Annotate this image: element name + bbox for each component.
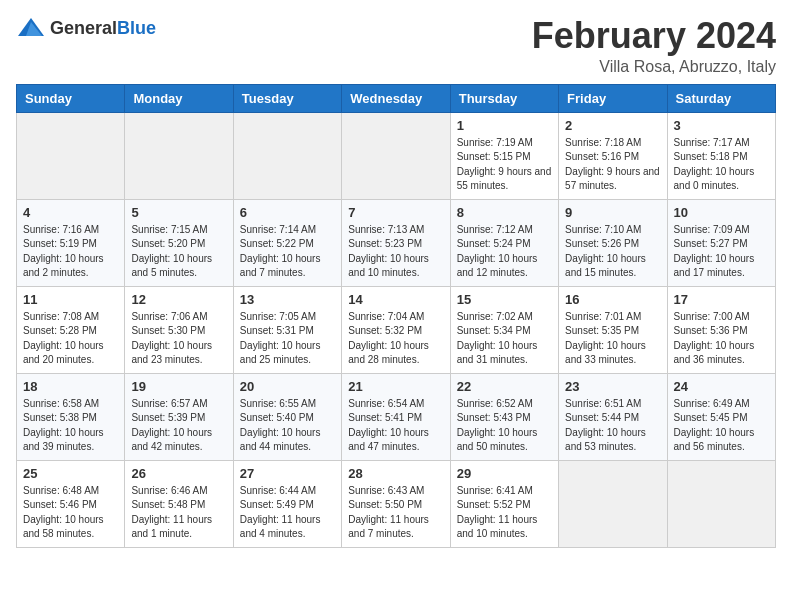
header: GeneralBlue February 2024 Villa Rosa, Ab…: [16, 16, 776, 76]
day-number: 2: [565, 118, 660, 133]
day-number: 20: [240, 379, 335, 394]
calendar-cell: [667, 460, 775, 547]
day-info: Sunrise: 7:12 AMSunset: 5:24 PMDaylight:…: [457, 223, 552, 281]
day-info: Sunrise: 7:13 AMSunset: 5:23 PMDaylight:…: [348, 223, 443, 281]
day-number: 3: [674, 118, 769, 133]
calendar-cell: 2Sunrise: 7:18 AMSunset: 5:16 PMDaylight…: [559, 112, 667, 199]
calendar-cell: 6Sunrise: 7:14 AMSunset: 5:22 PMDaylight…: [233, 199, 341, 286]
day-number: 5: [131, 205, 226, 220]
day-info: Sunrise: 6:46 AMSunset: 5:48 PMDaylight:…: [131, 484, 226, 542]
day-number: 27: [240, 466, 335, 481]
day-number: 15: [457, 292, 552, 307]
day-number: 25: [23, 466, 118, 481]
calendar-cell: 23Sunrise: 6:51 AMSunset: 5:44 PMDayligh…: [559, 373, 667, 460]
day-info: Sunrise: 7:17 AMSunset: 5:18 PMDaylight:…: [674, 136, 769, 194]
day-info: Sunrise: 7:00 AMSunset: 5:36 PMDaylight:…: [674, 310, 769, 368]
day-info: Sunrise: 7:18 AMSunset: 5:16 PMDaylight:…: [565, 136, 660, 194]
title-area: February 2024 Villa Rosa, Abruzzo, Italy: [532, 16, 776, 76]
calendar-cell: 7Sunrise: 7:13 AMSunset: 5:23 PMDaylight…: [342, 199, 450, 286]
calendar-cell: [342, 112, 450, 199]
calendar-cell: 29Sunrise: 6:41 AMSunset: 5:52 PMDayligh…: [450, 460, 558, 547]
calendar-cell: [17, 112, 125, 199]
calendar-cell: 26Sunrise: 6:46 AMSunset: 5:48 PMDayligh…: [125, 460, 233, 547]
calendar-week-2: 4Sunrise: 7:16 AMSunset: 5:19 PMDaylight…: [17, 199, 776, 286]
day-number: 4: [23, 205, 118, 220]
weekday-header-wednesday: Wednesday: [342, 84, 450, 112]
day-info: Sunrise: 7:16 AMSunset: 5:19 PMDaylight:…: [23, 223, 118, 281]
weekday-header-sunday: Sunday: [17, 84, 125, 112]
day-number: 6: [240, 205, 335, 220]
day-info: Sunrise: 7:04 AMSunset: 5:32 PMDaylight:…: [348, 310, 443, 368]
day-number: 23: [565, 379, 660, 394]
day-number: 18: [23, 379, 118, 394]
day-info: Sunrise: 7:19 AMSunset: 5:15 PMDaylight:…: [457, 136, 552, 194]
day-number: 7: [348, 205, 443, 220]
calendar-header: SundayMondayTuesdayWednesdayThursdayFrid…: [17, 84, 776, 112]
weekday-header-thursday: Thursday: [450, 84, 558, 112]
day-info: Sunrise: 7:08 AMSunset: 5:28 PMDaylight:…: [23, 310, 118, 368]
calendar-cell: 14Sunrise: 7:04 AMSunset: 5:32 PMDayligh…: [342, 286, 450, 373]
logo-general: General: [50, 18, 117, 38]
day-number: 19: [131, 379, 226, 394]
day-info: Sunrise: 6:49 AMSunset: 5:45 PMDaylight:…: [674, 397, 769, 455]
calendar-cell: 24Sunrise: 6:49 AMSunset: 5:45 PMDayligh…: [667, 373, 775, 460]
main-title: February 2024: [532, 16, 776, 56]
day-number: 12: [131, 292, 226, 307]
day-number: 28: [348, 466, 443, 481]
calendar-cell: 5Sunrise: 7:15 AMSunset: 5:20 PMDaylight…: [125, 199, 233, 286]
calendar-cell: 1Sunrise: 7:19 AMSunset: 5:15 PMDaylight…: [450, 112, 558, 199]
calendar-cell: [559, 460, 667, 547]
calendar-cell: 15Sunrise: 7:02 AMSunset: 5:34 PMDayligh…: [450, 286, 558, 373]
calendar-cell: 19Sunrise: 6:57 AMSunset: 5:39 PMDayligh…: [125, 373, 233, 460]
calendar-cell: 8Sunrise: 7:12 AMSunset: 5:24 PMDaylight…: [450, 199, 558, 286]
day-info: Sunrise: 7:05 AMSunset: 5:31 PMDaylight:…: [240, 310, 335, 368]
calendar-cell: 17Sunrise: 7:00 AMSunset: 5:36 PMDayligh…: [667, 286, 775, 373]
day-number: 22: [457, 379, 552, 394]
day-number: 29: [457, 466, 552, 481]
calendar-cell: 13Sunrise: 7:05 AMSunset: 5:31 PMDayligh…: [233, 286, 341, 373]
day-info: Sunrise: 6:44 AMSunset: 5:49 PMDaylight:…: [240, 484, 335, 542]
day-number: 13: [240, 292, 335, 307]
day-info: Sunrise: 7:01 AMSunset: 5:35 PMDaylight:…: [565, 310, 660, 368]
day-info: Sunrise: 7:06 AMSunset: 5:30 PMDaylight:…: [131, 310, 226, 368]
day-number: 8: [457, 205, 552, 220]
calendar-cell: 20Sunrise: 6:55 AMSunset: 5:40 PMDayligh…: [233, 373, 341, 460]
day-info: Sunrise: 7:10 AMSunset: 5:26 PMDaylight:…: [565, 223, 660, 281]
calendar-cell: 27Sunrise: 6:44 AMSunset: 5:49 PMDayligh…: [233, 460, 341, 547]
calendar-cell: 18Sunrise: 6:58 AMSunset: 5:38 PMDayligh…: [17, 373, 125, 460]
calendar-week-4: 18Sunrise: 6:58 AMSunset: 5:38 PMDayligh…: [17, 373, 776, 460]
day-info: Sunrise: 6:52 AMSunset: 5:43 PMDaylight:…: [457, 397, 552, 455]
day-info: Sunrise: 7:02 AMSunset: 5:34 PMDaylight:…: [457, 310, 552, 368]
calendar-cell: 3Sunrise: 7:17 AMSunset: 5:18 PMDaylight…: [667, 112, 775, 199]
calendar-table: SundayMondayTuesdayWednesdayThursdayFrid…: [16, 84, 776, 548]
calendar-week-5: 25Sunrise: 6:48 AMSunset: 5:46 PMDayligh…: [17, 460, 776, 547]
logo-icon: [16, 16, 46, 40]
day-number: 17: [674, 292, 769, 307]
day-number: 26: [131, 466, 226, 481]
day-number: 9: [565, 205, 660, 220]
day-info: Sunrise: 7:09 AMSunset: 5:27 PMDaylight:…: [674, 223, 769, 281]
day-number: 21: [348, 379, 443, 394]
day-info: Sunrise: 6:57 AMSunset: 5:39 PMDaylight:…: [131, 397, 226, 455]
weekday-header-tuesday: Tuesday: [233, 84, 341, 112]
day-number: 11: [23, 292, 118, 307]
day-info: Sunrise: 6:41 AMSunset: 5:52 PMDaylight:…: [457, 484, 552, 542]
calendar-cell: 4Sunrise: 7:16 AMSunset: 5:19 PMDaylight…: [17, 199, 125, 286]
calendar-week-1: 1Sunrise: 7:19 AMSunset: 5:15 PMDaylight…: [17, 112, 776, 199]
calendar-week-3: 11Sunrise: 7:08 AMSunset: 5:28 PMDayligh…: [17, 286, 776, 373]
logo: GeneralBlue: [16, 16, 156, 40]
day-info: Sunrise: 6:43 AMSunset: 5:50 PMDaylight:…: [348, 484, 443, 542]
weekday-header-friday: Friday: [559, 84, 667, 112]
day-number: 10: [674, 205, 769, 220]
day-info: Sunrise: 6:58 AMSunset: 5:38 PMDaylight:…: [23, 397, 118, 455]
day-number: 24: [674, 379, 769, 394]
calendar-cell: [125, 112, 233, 199]
day-info: Sunrise: 7:15 AMSunset: 5:20 PMDaylight:…: [131, 223, 226, 281]
calendar-cell: 12Sunrise: 7:06 AMSunset: 5:30 PMDayligh…: [125, 286, 233, 373]
day-number: 14: [348, 292, 443, 307]
day-info: Sunrise: 7:14 AMSunset: 5:22 PMDaylight:…: [240, 223, 335, 281]
weekday-header-monday: Monday: [125, 84, 233, 112]
calendar-cell: 9Sunrise: 7:10 AMSunset: 5:26 PMDaylight…: [559, 199, 667, 286]
day-info: Sunrise: 6:55 AMSunset: 5:40 PMDaylight:…: [240, 397, 335, 455]
subtitle: Villa Rosa, Abruzzo, Italy: [532, 58, 776, 76]
